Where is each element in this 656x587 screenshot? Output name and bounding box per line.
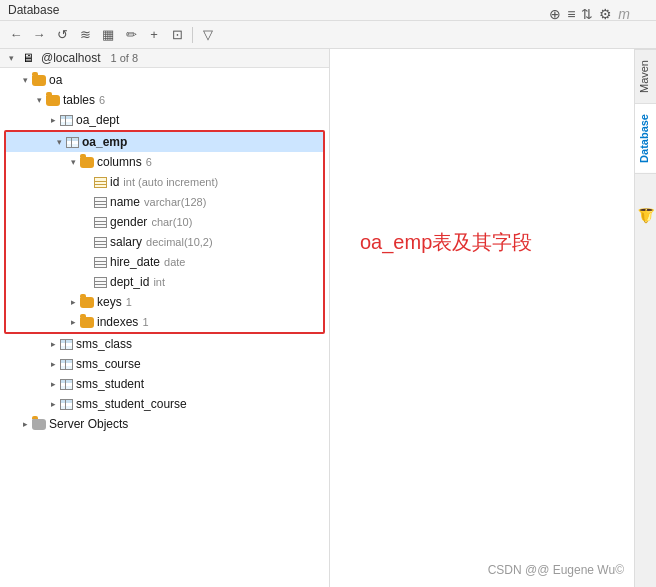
- col-dept-id-icon: [94, 277, 107, 288]
- oa-dept-label: oa_dept: [76, 113, 119, 127]
- oa-emp-table-icon: [66, 137, 79, 148]
- col-salary-icon: [94, 237, 107, 248]
- sms-student-table-icon: [60, 379, 73, 390]
- icon-list[interactable]: ≡: [567, 6, 575, 22]
- tree-item-oa-dept[interactable]: oa_dept: [0, 110, 329, 130]
- col-id-label: id: [110, 175, 119, 189]
- oa-emp-red-box: oa_emp columns 6 id int (auto incremen: [4, 130, 325, 334]
- sms-student-course-table-icon: [60, 399, 73, 410]
- sms-student-label: sms_student: [76, 377, 144, 391]
- toolbar-image-btn[interactable]: ⊡: [167, 25, 187, 45]
- sms-student-expand[interactable]: [46, 379, 60, 389]
- notifications-icon: 🔔: [638, 206, 654, 223]
- icon-sort[interactable]: ⇅: [581, 6, 593, 22]
- columns-count: 6: [146, 156, 152, 168]
- tree-item-sms-class[interactable]: sms_class: [0, 334, 329, 354]
- toolbar-sep: [192, 27, 193, 43]
- col-gender-icon: [94, 217, 107, 228]
- tree-item-sms-student-course[interactable]: sms_student_course: [0, 394, 329, 414]
- toolbar-filter-btn[interactable]: ≋: [75, 25, 95, 45]
- tree-item-col-name[interactable]: name varchar(128): [6, 192, 323, 212]
- tables-count: 6: [99, 94, 105, 106]
- indexes-label: indexes: [97, 315, 138, 329]
- oa-emp-expand[interactable]: [52, 137, 66, 147]
- oa-expand-arrow[interactable]: [18, 75, 32, 85]
- indexes-expand[interactable]: [66, 317, 80, 327]
- keys-label: keys: [97, 295, 122, 309]
- tab-notifications[interactable]: 🔔 Notifications: [635, 173, 656, 254]
- toolbar-filter2-btn[interactable]: ▽: [198, 25, 218, 45]
- oa-label: oa: [49, 73, 62, 87]
- toolbar-table-btn[interactable]: ▦: [98, 25, 118, 45]
- tree-item-sms-course[interactable]: sms_course: [0, 354, 329, 374]
- connection-label[interactable]: @localhost: [41, 51, 101, 65]
- col-name-label: name: [110, 195, 140, 209]
- col-gender-meta: char(10): [151, 216, 192, 228]
- tree-item-col-hire-date[interactable]: hire_date date: [6, 252, 323, 272]
- col-dept-id-label: dept_id: [110, 275, 149, 289]
- tree-item-oa-emp[interactable]: oa_emp: [6, 132, 323, 152]
- columns-folder-icon: [80, 157, 94, 168]
- tree-item-col-gender[interactable]: gender char(10): [6, 212, 323, 232]
- tables-expand-arrow[interactable]: [32, 95, 46, 105]
- keys-count: 1: [126, 296, 132, 308]
- icon-globe[interactable]: ⊕: [549, 6, 561, 22]
- tree-item-col-id[interactable]: id int (auto increment): [6, 172, 323, 192]
- oa-folder-icon: [32, 75, 46, 86]
- watermark: CSDN @@ Eugene Wu©: [488, 563, 624, 577]
- right-tabs: Maven Database 🔔 Notifications: [634, 49, 656, 587]
- tree-item-col-dept-id[interactable]: dept_id int: [6, 272, 323, 292]
- database-tab-label: Database: [638, 114, 650, 163]
- keys-folder-icon: [80, 297, 94, 308]
- col-name-meta: varchar(128): [144, 196, 206, 208]
- col-hire-date-meta: date: [164, 256, 185, 268]
- main-area: 🖥 @localhost 1 of 8 oa tables 6: [0, 49, 656, 587]
- icon-settings[interactable]: ⚙: [599, 6, 612, 22]
- server-icon: 🖥: [22, 51, 34, 65]
- tree-item-sms-student[interactable]: sms_student: [0, 374, 329, 394]
- server-objects-icon: [32, 419, 46, 430]
- toolbar-forward-btn[interactable]: →: [29, 25, 49, 45]
- columns-expand[interactable]: [66, 157, 80, 167]
- tab-maven[interactable]: Maven: [635, 49, 656, 103]
- server-objects-expand[interactable]: [18, 419, 32, 429]
- sms-class-expand[interactable]: [46, 339, 60, 349]
- sms-course-expand[interactable]: [46, 359, 60, 369]
- col-dept-id-meta: int: [153, 276, 165, 288]
- tree-item-columns[interactable]: columns 6: [6, 152, 323, 172]
- sidebar: 🖥 @localhost 1 of 8 oa tables 6: [0, 49, 330, 587]
- col-name-icon: [94, 197, 107, 208]
- toolbar: ← → ↺ ≋ ▦ ✏ + ⊡ ▽: [0, 21, 656, 49]
- indexes-count: 1: [142, 316, 148, 328]
- col-hire-date-icon: [94, 257, 107, 268]
- oa-dept-expand[interactable]: [46, 115, 60, 125]
- right-panel: oa_emp表及其字段 CSDN @@ Eugene Wu©: [330, 49, 634, 587]
- toolbar-refresh-btn[interactable]: ↺: [52, 25, 72, 45]
- keys-expand[interactable]: [66, 297, 80, 307]
- tree-item-indexes[interactable]: indexes 1: [6, 312, 323, 332]
- col-gender-label: gender: [110, 215, 147, 229]
- sms-student-course-expand[interactable]: [46, 399, 60, 409]
- title-bar: Database ⊕ ≡ ⇅ ⚙ m: [0, 0, 656, 21]
- tree-item-col-salary[interactable]: salary decimal(10,2): [6, 232, 323, 252]
- sms-course-table-icon: [60, 359, 73, 370]
- tables-folder-icon: [46, 95, 60, 106]
- connection-expand[interactable]: [4, 53, 18, 63]
- tab-database[interactable]: Database: [635, 103, 656, 173]
- oa-dept-table-icon: [60, 115, 73, 126]
- connection-badge: 1 of 8: [111, 52, 139, 64]
- tree-item-tables[interactable]: tables 6: [0, 90, 329, 110]
- tree-container[interactable]: oa tables 6 oa_dept: [0, 68, 329, 587]
- annotation: oa_emp表及其字段: [360, 229, 532, 256]
- toolbar-edit-btn[interactable]: ✏: [121, 25, 141, 45]
- tree-item-oa[interactable]: oa: [0, 70, 329, 90]
- tree-item-server-objects[interactable]: Server Objects: [0, 414, 329, 434]
- sms-class-table-icon: [60, 339, 73, 350]
- toolbar-back-btn[interactable]: ←: [6, 25, 26, 45]
- col-id-meta: int (auto increment): [123, 176, 218, 188]
- columns-label: columns: [97, 155, 142, 169]
- maven-tab-label: Maven: [638, 60, 650, 93]
- tree-item-keys[interactable]: keys 1: [6, 292, 323, 312]
- toolbar-add-btn[interactable]: +: [144, 25, 164, 45]
- icon-m: m: [618, 6, 630, 22]
